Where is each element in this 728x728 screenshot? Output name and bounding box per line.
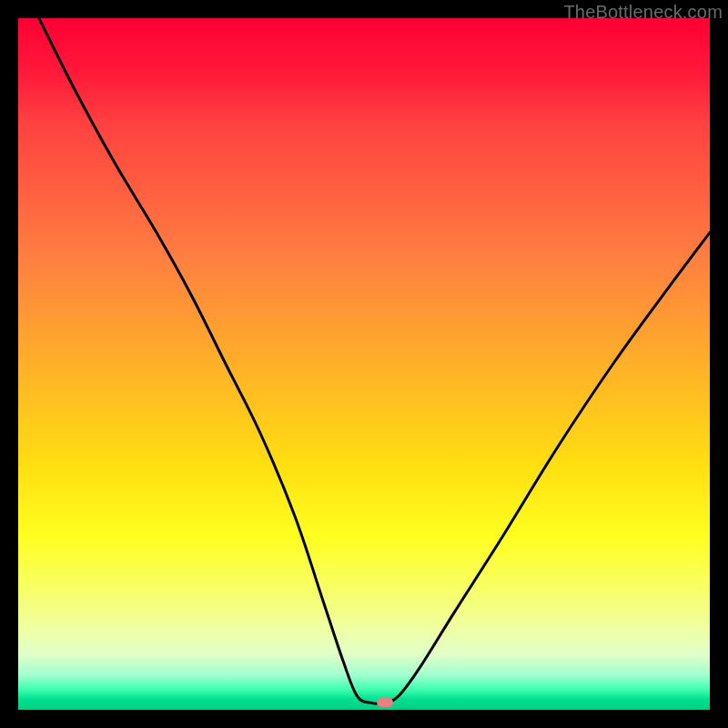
optimal-marker xyxy=(377,698,393,707)
chart-container: TheBottleneck.com xyxy=(0,0,728,728)
watermark-text: TheBottleneck.com xyxy=(563,2,723,23)
plot-area xyxy=(18,18,710,710)
bottleneck-curve xyxy=(18,18,710,710)
